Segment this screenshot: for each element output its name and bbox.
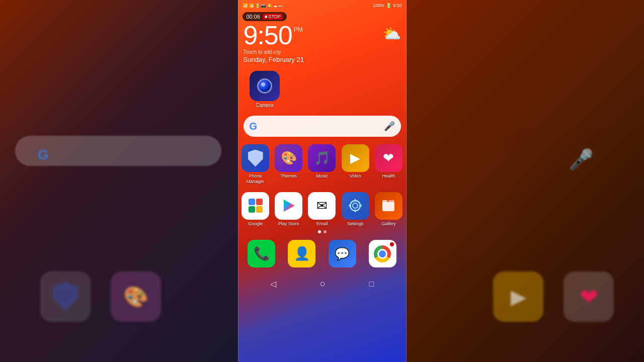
dock-contacts[interactable]: 👤 (284, 240, 320, 267)
themes-icon[interactable]: 🎨 (275, 144, 302, 172)
background-right: ▶ ❤ 🎤 (405, 0, 644, 362)
more-status-icon: ••• (278, 4, 282, 8)
app-google[interactable]: Google (241, 192, 270, 227)
health-icon[interactable]: ❤ (375, 144, 403, 172)
svg-rect-8 (382, 200, 387, 203)
video-label: Video (350, 173, 361, 179)
google-icon[interactable] (242, 192, 269, 220)
clock-date: Sunday, February 21 (244, 56, 304, 63)
timer-badge[interactable]: 00:06 ■ STOP (243, 12, 287, 21)
recents-button[interactable]: □ (369, 280, 374, 289)
email-icon[interactable]: ✉ (308, 192, 336, 220)
stop-label: STOP (268, 14, 280, 19)
back-button[interactable]: ◁ (270, 279, 276, 289)
camera-notif-icon: 📷 (261, 4, 266, 8)
bg-google-g-left: G (38, 146, 49, 163)
google-g-logo: G (250, 121, 258, 132)
bg-mic-icon: 🎤 (569, 146, 594, 172)
app-phone-manager[interactable]: Phone Manager (241, 144, 270, 185)
app-grid-row2: Google Play Store (238, 190, 406, 229)
video-icon[interactable]: ▶ (342, 144, 369, 172)
app-video[interactable]: ▶ Video (341, 144, 370, 185)
settings-gear-svg (348, 198, 363, 213)
music-icon[interactable]: 🎵 (308, 144, 336, 172)
chrome-dock-icon[interactable] (369, 240, 396, 267)
stop-square-icon: ■ (265, 14, 267, 19)
camera-label: Camera (256, 103, 274, 108)
dock-phone[interactable]: 📞 (244, 240, 280, 267)
settings-icon[interactable] (342, 192, 369, 220)
bell-icon: 🔔 (267, 4, 272, 8)
phone-dock-icon[interactable]: 📞 (248, 240, 275, 267)
home-button[interactable]: ○ (319, 278, 326, 290)
camera-lens (257, 78, 272, 94)
music-label: Music (316, 173, 328, 179)
bg-icon-play: ▶ (493, 272, 543, 322)
weather-icon: ⛅ (382, 25, 401, 42)
playstore-icon[interactable] (275, 192, 302, 220)
svg-rect-9 (388, 200, 394, 203)
search-bar[interactable]: G 🎤 (244, 116, 401, 137)
app-grid-row1: Phone Manager 🎨 Themes 🎵 Music ▶ Video (238, 142, 406, 187)
status-bar: 📶 📶 🔋 📷 🔔 ☁ ••• 100% 🔋 9:50 (238, 0, 406, 11)
status-right-icons: 100% 🔋 9:50 (373, 3, 402, 8)
phone-manager-label: Phone Manager (241, 173, 270, 185)
g-blue: G (250, 121, 258, 132)
battery-icon: 🔋 (386, 3, 391, 8)
page-dot-1 (318, 230, 321, 233)
gallery-label: Gallery (381, 221, 396, 227)
camera-app-container: Camera (238, 63, 406, 108)
clock-ampm: PM (294, 26, 303, 33)
gallery-svg (381, 198, 396, 213)
contacts-dock-icon[interactable]: 👤 (288, 240, 315, 267)
battery-small-icon: 🔋 (255, 4, 260, 8)
themes-label: Themes (281, 173, 297, 179)
svg-point-2 (353, 203, 358, 208)
google-label: Google (248, 221, 263, 227)
stop-button[interactable]: ■ STOP (263, 14, 283, 20)
search-input[interactable] (261, 116, 379, 137)
svg-point-1 (350, 201, 360, 211)
app-gallery[interactable]: Gallery (374, 192, 403, 227)
touch-add-city[interactable]: Touch to add city (244, 49, 304, 55)
status-left-icons: 📶 📶 🔋 📷 🔔 ☁ ••• (243, 3, 282, 8)
phone-screen: 📶 📶 🔋 📷 🔔 ☁ ••• 100% 🔋 9:50 00:06 ■ STOP… (238, 0, 407, 362)
gallery-icon[interactable] (375, 192, 403, 220)
app-themes[interactable]: 🎨 Themes (274, 144, 303, 185)
svg-marker-0 (284, 200, 295, 212)
bg-icon-heart: ❤ (564, 272, 614, 322)
phone-manager-icon[interactable] (242, 144, 269, 172)
app-music[interactable]: 🎵 Music (307, 144, 337, 185)
dock: 📞 👤 💬 (238, 236, 406, 272)
page-dots (238, 230, 406, 233)
battery-percent: 100% (373, 3, 384, 8)
cloud-icon: ☁ (273, 4, 277, 8)
page-dot-2 (324, 230, 327, 233)
camera-app[interactable]: Camera (249, 71, 281, 108)
chrome-logo (374, 245, 391, 262)
signal-icon-1: 📶 (243, 3, 248, 8)
bg-icon-shield (40, 272, 91, 322)
messages-dock-icon[interactable]: 💬 (329, 240, 356, 267)
email-label: Email (316, 221, 328, 227)
playstore-svg (281, 198, 296, 213)
nav-bar: ◁ ○ □ (238, 274, 406, 294)
microphone-icon[interactable]: 🎤 (384, 121, 395, 132)
background-left: G 🎨 (0, 0, 239, 362)
svg-rect-7 (382, 202, 394, 211)
app-settings[interactable]: Settings (341, 192, 370, 227)
health-label: Health (382, 173, 395, 179)
clock-main: 9:50 PM Touch to add city Sunday, Februa… (244, 22, 304, 63)
app-playstore[interactable]: Play Store (274, 192, 303, 227)
wifi-icon: 📶 (249, 4, 254, 8)
app-email[interactable]: ✉ Email (307, 192, 337, 227)
dock-chrome[interactable] (364, 240, 400, 267)
dock-messages[interactable]: 💬 (324, 240, 360, 267)
clock-area: 9:50 PM Touch to add city Sunday, Februa… (238, 22, 406, 63)
app-health[interactable]: ❤ Health (374, 144, 403, 185)
camera-icon[interactable] (250, 71, 280, 101)
settings-label: Settings (347, 221, 364, 227)
bg-icon-themes: 🎨 (111, 272, 161, 322)
chrome-notification-badge (389, 241, 395, 247)
clock-time: 9:50 (244, 22, 292, 48)
